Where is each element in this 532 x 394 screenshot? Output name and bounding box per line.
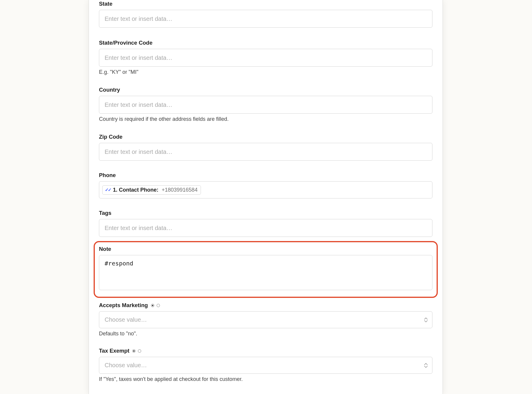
tax-exempt-label: Tax Exempt bbox=[99, 348, 432, 354]
accepts-marketing-field: Accepts Marketing Choose value… Defaults… bbox=[99, 302, 432, 337]
phone-pill-prefix: 1. Contact Phone: bbox=[113, 187, 158, 193]
state-code-label: State/Province Code bbox=[99, 40, 432, 46]
tags-input[interactable] bbox=[99, 219, 432, 237]
radio-unselected-icon[interactable] bbox=[138, 349, 141, 353]
state-input[interactable] bbox=[99, 10, 432, 28]
note-label: Note bbox=[99, 246, 432, 252]
zip-label: Zip Code bbox=[99, 134, 432, 140]
tax-exempt-help: If "Yes", taxes won't be applied at chec… bbox=[99, 376, 432, 382]
state-code-input[interactable] bbox=[99, 49, 432, 67]
country-label: Country bbox=[99, 87, 432, 93]
state-label: State bbox=[99, 1, 432, 7]
chevron-up-down-icon bbox=[424, 318, 428, 322]
country-help: Country is required if the other address… bbox=[99, 116, 432, 122]
tax-exempt-select-value: Choose value… bbox=[99, 357, 432, 374]
radio-selected-icon[interactable] bbox=[151, 304, 154, 307]
note-input[interactable] bbox=[99, 255, 432, 290]
accepts-marketing-radios bbox=[151, 304, 160, 307]
state-code-help: E.g. "KY" or "MI" bbox=[99, 69, 432, 75]
tags-label: Tags bbox=[99, 210, 432, 216]
tags-field: Tags bbox=[99, 210, 432, 237]
phone-label: Phone bbox=[99, 172, 432, 179]
note-highlight: Note bbox=[94, 241, 438, 298]
country-field: Country Country is required if the other… bbox=[99, 87, 432, 122]
zip-field: Zip Code bbox=[99, 134, 432, 161]
accepts-marketing-label-text: Accepts Marketing bbox=[99, 302, 148, 309]
state-code-field: State/Province Code E.g. "KY" or "MI" bbox=[99, 40, 432, 75]
tax-exempt-field: Tax Exempt Choose value… If "Yes", taxes… bbox=[99, 348, 432, 382]
phone-field: Phone ✓✓ 1. Contact Phone: +18039916584 bbox=[99, 172, 432, 198]
phone-input[interactable]: ✓✓ 1. Contact Phone: +18039916584 bbox=[99, 181, 432, 198]
accepts-marketing-help: Defaults to "no". bbox=[99, 331, 432, 337]
state-field: State bbox=[99, 1, 432, 28]
tax-exempt-label-text: Tax Exempt bbox=[99, 348, 129, 354]
accepts-marketing-select[interactable]: Choose value… bbox=[99, 311, 432, 328]
form-panel: State State/Province Code E.g. "KY" or "… bbox=[89, 0, 443, 394]
phone-data-pill[interactable]: ✓✓ 1. Contact Phone: +18039916584 bbox=[102, 185, 201, 195]
chevron-up-down-icon bbox=[424, 363, 428, 368]
country-input[interactable] bbox=[99, 96, 432, 114]
tax-exempt-radios bbox=[132, 349, 141, 353]
accepts-marketing-label: Accepts Marketing bbox=[99, 302, 432, 309]
accepts-marketing-select-value: Choose value… bbox=[99, 311, 432, 328]
radio-selected-icon[interactable] bbox=[132, 349, 136, 353]
tax-exempt-select[interactable]: Choose value… bbox=[99, 357, 432, 374]
data-mapping-icon: ✓✓ bbox=[105, 187, 111, 193]
zip-input[interactable] bbox=[99, 143, 432, 161]
radio-unselected-icon[interactable] bbox=[157, 304, 160, 307]
phone-pill-value: +18039916584 bbox=[162, 187, 198, 193]
